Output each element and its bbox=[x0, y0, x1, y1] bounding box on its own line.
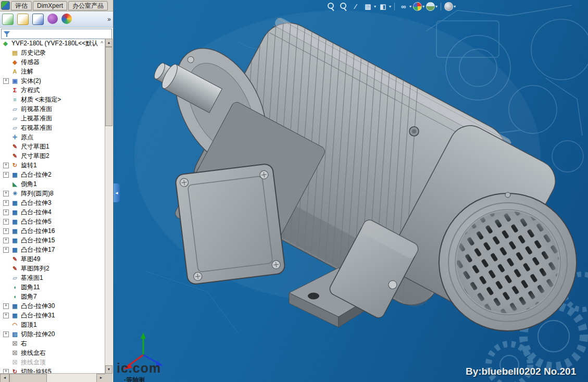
tree-item[interactable]: ▦凸台-拉伸30 bbox=[0, 301, 105, 311]
extrude-icon: ▦ bbox=[11, 312, 19, 319]
expand-toggle[interactable] bbox=[3, 238, 9, 243]
scrollbar-corner bbox=[105, 374, 112, 382]
scroll-track[interactable] bbox=[47, 374, 96, 382]
tree-item[interactable]: Σ方程式 bbox=[0, 85, 105, 95]
expand-toggle[interactable] bbox=[3, 172, 9, 178]
section-view-icon[interactable]: ∕ bbox=[350, 1, 361, 11]
feature-filter-bar[interactable] bbox=[1, 29, 112, 39]
tree-item[interactable]: ☒接线盒右 bbox=[0, 348, 105, 358]
displaymanager-tab-icon[interactable] bbox=[61, 14, 72, 24]
dropdown-caret-icon[interactable]: ▾ bbox=[389, 4, 391, 9]
view-settings-icon[interactable] bbox=[444, 2, 453, 11]
view-orientation-icon[interactable]: ▧ bbox=[362, 1, 373, 11]
scroll-up-button[interactable] bbox=[105, 39, 112, 47]
scroll-left-button[interactable] bbox=[0, 374, 9, 382]
tree-item[interactable]: ▦凸台-拉伸3 bbox=[0, 198, 105, 207]
apply-scene-icon[interactable] bbox=[426, 2, 435, 11]
tree-item[interactable]: ▦凸台-拉伸5 bbox=[0, 217, 105, 226]
expand-toggle[interactable] bbox=[3, 303, 9, 309]
extrude-icon: ▦ bbox=[11, 246, 19, 254]
tree-item[interactable]: ◠圆顶1 bbox=[0, 320, 105, 329]
tree-item[interactable]: ▦凸台-拉伸31 bbox=[0, 311, 105, 320]
tree-item[interactable]: ✳阵列(圆周)8 bbox=[0, 189, 105, 198]
tree-item-label: 前视基准面 bbox=[21, 105, 52, 114]
display-style-icon[interactable]: ◧ bbox=[378, 1, 389, 11]
annotations-icon: A bbox=[11, 68, 19, 76]
tree-item[interactable]: ✛原点 bbox=[0, 132, 105, 142]
propertymanager-tab-icon[interactable] bbox=[17, 14, 29, 25]
dropdown-caret-icon[interactable]: ▾ bbox=[435, 4, 437, 9]
tree-root-item[interactable]: ◆ YVF2-180L (YVF2-180L<<默认 ^ bbox=[0, 39, 105, 48]
tree-item[interactable]: ▦凸台-拉伸2 bbox=[0, 170, 105, 179]
tree-item[interactable]: ↻旋转1 bbox=[0, 161, 105, 170]
zoom-area-icon[interactable] bbox=[337, 1, 348, 11]
scroll-right-button[interactable] bbox=[96, 374, 106, 382]
motor-3d-model[interactable] bbox=[114, 0, 588, 382]
zoom-fit-icon[interactable] bbox=[325, 1, 336, 11]
tree-item[interactable]: ✎草图阵列2 bbox=[0, 264, 105, 273]
featuremanager-tab-icon[interactable] bbox=[2, 14, 14, 25]
tree-item-label: 凸台-拉伸2 bbox=[21, 170, 52, 179]
expand-toggle[interactable] bbox=[3, 219, 9, 225]
tree-item[interactable]: ▱右视基准面 bbox=[0, 123, 105, 132]
tree-item[interactable]: ▦凸台-拉伸16 bbox=[0, 226, 105, 236]
edit-appearance-icon[interactable] bbox=[413, 2, 422, 11]
dropdown-caret-icon[interactable]: ▾ bbox=[422, 4, 424, 9]
plane-icon: ▱ bbox=[11, 105, 19, 113]
graphics-viewport[interactable]: ∕▧▾◧▾∞▾▾▾▾ ic.com -等轴测 By:bluebell0202 N… bbox=[114, 0, 588, 382]
tree-item[interactable]: ◖圆角11 bbox=[0, 282, 105, 292]
dropdown-caret-icon[interactable]: ▾ bbox=[374, 4, 376, 9]
expand-toggle[interactable] bbox=[3, 331, 9, 337]
app-icon bbox=[1, 1, 10, 10]
tree-horizontal-scrollbar[interactable] bbox=[0, 373, 106, 382]
tree-item[interactable]: ◖圆角7 bbox=[0, 292, 105, 301]
tree-item[interactable]: ▦凸台-拉伸4 bbox=[0, 207, 105, 217]
panel-splitter-handle[interactable] bbox=[114, 183, 120, 202]
extrude-icon: ▦ bbox=[11, 302, 19, 310]
tree-item[interactable]: A注解 bbox=[0, 67, 105, 76]
plane-icon: ▱ bbox=[11, 115, 19, 122]
tree-item[interactable]: ▨切除-拉伸20 bbox=[0, 329, 105, 339]
expand-toggle[interactable] bbox=[3, 210, 9, 215]
tree-item[interactable]: ▦凸台-拉伸15 bbox=[0, 236, 105, 245]
expand-toggle[interactable] bbox=[3, 163, 9, 168]
dropdown-caret-icon[interactable]: ▾ bbox=[454, 4, 456, 9]
horizontal-scroll-thumb[interactable] bbox=[9, 374, 47, 382]
command-tab-2[interactable]: DimXpert bbox=[33, 1, 67, 10]
dimxpertmanager-tab-icon[interactable] bbox=[47, 14, 58, 24]
dropdown-caret-icon[interactable]: ▾ bbox=[409, 4, 411, 9]
expand-toggle[interactable] bbox=[3, 247, 9, 253]
tree-item[interactable]: ✎草图49 bbox=[0, 254, 105, 264]
tree-vertical-scrollbar[interactable] bbox=[105, 39, 112, 374]
tree-item[interactable]: ◈传感器 bbox=[0, 57, 105, 67]
tree-item[interactable]: ▱前视基准面 bbox=[0, 104, 105, 114]
hide-show-items-icon[interactable]: ∞ bbox=[398, 1, 409, 11]
tree-item[interactable]: ▱基准面1 bbox=[0, 273, 105, 282]
vertical-scroll-thumb[interactable] bbox=[105, 47, 112, 126]
toolbar-overflow-chevron[interactable]: » bbox=[107, 16, 111, 23]
expand-toggle[interactable] bbox=[3, 78, 9, 84]
command-tab-1[interactable]: 评估 bbox=[11, 1, 32, 10]
tree-item[interactable]: ▦凸台-拉伸17 bbox=[0, 245, 105, 254]
collapse-caret-icon[interactable]: ^ bbox=[101, 41, 103, 46]
tree-item[interactable]: ▱上视基准面 bbox=[0, 114, 105, 123]
expand-toggle[interactable] bbox=[3, 313, 9, 318]
command-tab-3[interactable]: 办公室产品 bbox=[68, 1, 108, 10]
command-manager-tabs: 评估DimXpert办公室产品 bbox=[0, 0, 113, 11]
tree-item[interactable]: ▤历史记录 bbox=[0, 48, 105, 57]
expand-toggle[interactable] bbox=[3, 191, 9, 196]
tree-item-label: 圆角7 bbox=[21, 292, 37, 301]
expand-toggle[interactable] bbox=[3, 200, 9, 206]
tree-item[interactable]: ☒接线盒顶 bbox=[0, 358, 105, 367]
configurationmanager-tab-icon[interactable] bbox=[32, 14, 44, 25]
expand-toggle[interactable] bbox=[3, 228, 9, 234]
tree-item[interactable]: ✎尺寸草图2 bbox=[0, 151, 105, 161]
tree-item[interactable]: ✎尺寸草图1 bbox=[0, 142, 105, 151]
tree-item-label: 右视基准面 bbox=[21, 124, 52, 132]
tree-item[interactable]: ≡材质 <未指定> bbox=[0, 95, 105, 104]
heads-up-toolbar: ∕▧▾◧▾∞▾▾▾▾ bbox=[325, 1, 456, 11]
tree-item[interactable]: ▣实体(2) bbox=[0, 76, 105, 85]
scroll-down-button[interactable] bbox=[105, 365, 112, 374]
tree-item[interactable]: ◣倒角1 bbox=[0, 179, 105, 189]
tree-item[interactable]: ☒右 bbox=[0, 339, 105, 348]
